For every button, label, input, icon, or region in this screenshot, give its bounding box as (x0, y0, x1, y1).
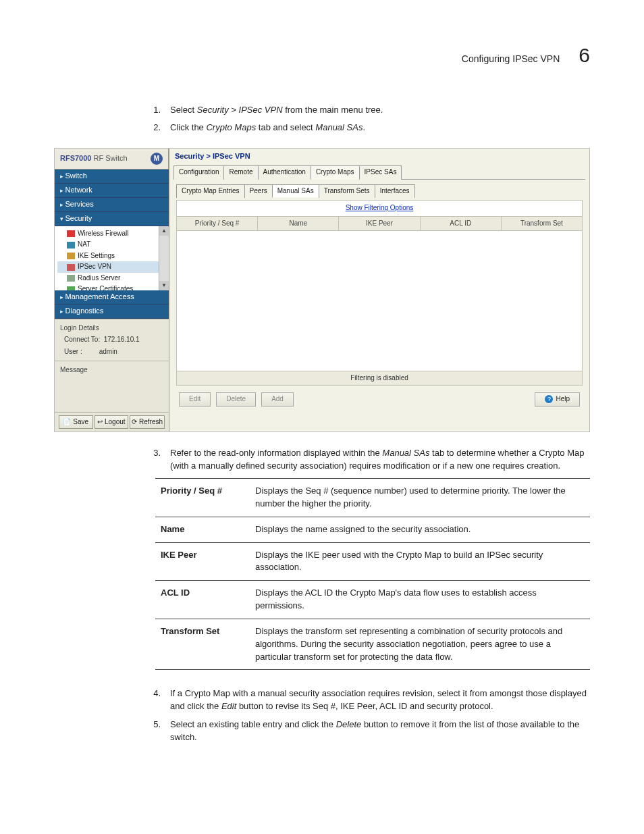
grid-footer: Filtering is disabled (176, 371, 583, 386)
tree-nat[interactable]: NAT (57, 239, 166, 251)
refresh-icon: ⟳ (132, 417, 137, 427)
help-button[interactable]: ?Help (535, 392, 580, 407)
radius-icon (67, 275, 75, 282)
brand-logo-icon: M (151, 153, 163, 165)
tab-remote[interactable]: Remote (223, 165, 258, 180)
logout-button[interactable]: ↩Logout (95, 415, 129, 429)
instruction-steps-cont: 3. Refer to the read-only information di… (149, 447, 590, 473)
instruction-steps: 1. Select Security > IPSec VPN from the … (149, 104, 590, 135)
chapter-number: 6 (579, 41, 590, 70)
subtab-manual-sas[interactable]: Manual SAs (272, 184, 319, 199)
nav-switch[interactable]: Switch (55, 170, 169, 184)
field-row: IKE PeerDisplays the IKE peer used with … (155, 542, 590, 581)
subtab-interfaces[interactable]: Interfaces (375, 184, 415, 199)
col-name[interactable]: Name (258, 217, 339, 231)
tab-ipsec-sas[interactable]: IPSec SAs (359, 165, 402, 180)
nav-services[interactable]: Services (55, 198, 169, 212)
step-2: 2. Click the Crypto Maps tab and select … (149, 122, 590, 134)
step-4: 4. If a Crypto Map with a manual securit… (149, 687, 590, 713)
tab-authentication[interactable]: Authentication (258, 165, 311, 180)
step-5: 5. Select an existing table entry and cl… (149, 719, 590, 744)
nat-icon (67, 242, 75, 249)
action-bar: Edit Delete Add ?Help (176, 386, 583, 412)
breadcrumb: Security > IPSec VPN (169, 149, 589, 165)
sidebar: RFS7000 RF Switch M Switch Network Servi… (55, 149, 169, 432)
nav-security[interactable]: Security (55, 212, 169, 226)
col-priority[interactable]: Priority / Seq # (177, 217, 258, 231)
save-icon: 📄 (63, 417, 71, 427)
manual-sas-grid: Priority / Seq # Name IKE Peer ACL ID Tr… (176, 216, 583, 371)
security-tree: Wireless Firewall NAT IKE Settings IPSec… (55, 226, 169, 290)
col-transform-set[interactable]: Transform Set (502, 217, 582, 231)
field-row: Transform SetDisplays the transform set … (155, 619, 590, 670)
edit-button[interactable]: Edit (179, 392, 211, 407)
field-row: NameDisplays the name assigned to the se… (155, 517, 590, 542)
scroll-up-icon[interactable]: ▲ (159, 226, 169, 236)
subtab-peers[interactable]: Peers (244, 184, 273, 199)
vpn-icon (67, 264, 75, 271)
message-panel: Message (55, 361, 169, 412)
grid-body[interactable] (177, 231, 582, 371)
col-acl-id[interactable]: ACL ID (421, 217, 502, 231)
field-row: ACL IDDisplays the ACL ID the Crypto Map… (155, 581, 590, 619)
field-descriptions-table: Priority / Seq #Displays the Seq # (sequ… (155, 478, 590, 670)
tab-configuration[interactable]: Configuration (173, 165, 224, 180)
lock-icon (67, 253, 75, 259)
nav-diagnostics[interactable]: Diagnostics (55, 305, 169, 319)
col-ike-peer[interactable]: IKE Peer (339, 217, 420, 231)
main-panel: Security > IPSec VPN Configuration Remot… (169, 149, 589, 432)
tab-crypto-maps[interactable]: Crypto Maps (311, 165, 360, 180)
step-3: 3. Refer to the read-only information di… (149, 447, 590, 473)
page-header: Configuring IPSec VPN 6 (54, 41, 590, 70)
subtab-transform-sets[interactable]: Transform Sets (319, 184, 375, 199)
subtab-crypto-map-entries[interactable]: Crypto Map Entries (176, 184, 245, 199)
tree-wireless-firewall[interactable]: Wireless Firewall (57, 228, 166, 240)
tree-ipsec-vpn[interactable]: IPSec VPN (57, 261, 166, 273)
delete-button[interactable]: Delete (216, 392, 256, 407)
firewall-icon (67, 230, 75, 237)
tree-radius-server[interactable]: Radius Server (57, 273, 166, 284)
nav-management-access[interactable]: Management Access (55, 290, 169, 305)
save-button[interactable]: 📄Save (59, 415, 93, 429)
filter-bar: Show Filtering Options (176, 200, 583, 216)
app-screenshot: RFS7000 RF Switch M Switch Network Servi… (54, 148, 590, 432)
tree-scrollbar[interactable]: ▲▼ (159, 226, 169, 290)
nav-network[interactable]: Network (55, 184, 169, 198)
header-title: Configuring IPSec VPN (462, 52, 560, 66)
add-button[interactable]: Add (261, 392, 294, 407)
instruction-steps-cont2: 4. If a Crypto Map with a manual securit… (149, 687, 590, 744)
help-icon: ? (545, 395, 553, 403)
login-legend: Login Details (60, 323, 163, 334)
show-filtering-link[interactable]: Show Filtering Options (346, 204, 414, 211)
main-tabs: Configuration Remote Authentication Cryp… (173, 165, 585, 180)
message-legend: Message (60, 365, 163, 375)
tree-ike-settings[interactable]: IKE Settings (57, 251, 166, 262)
login-details-panel: Login Details Connect To: 172.16.10.1 Us… (55, 319, 169, 361)
scroll-down-icon[interactable]: ▼ (159, 281, 169, 290)
logout-icon: ↩ (97, 417, 103, 427)
field-row: Priority / Seq #Displays the Seq # (sequ… (155, 479, 590, 517)
app-title-bar: RFS7000 RF Switch M (55, 149, 169, 170)
grid-header: Priority / Seq # Name IKE Peer ACL ID Tr… (177, 217, 582, 232)
sidebar-buttons: 📄Save ↩Logout ⟳Refresh (55, 412, 169, 432)
refresh-button[interactable]: ⟳Refresh (130, 415, 165, 429)
sub-tabs: Crypto Map Entries Peers Manual SAs Tran… (176, 184, 583, 198)
step-1: 1. Select Security > IPSec VPN from the … (149, 104, 590, 117)
